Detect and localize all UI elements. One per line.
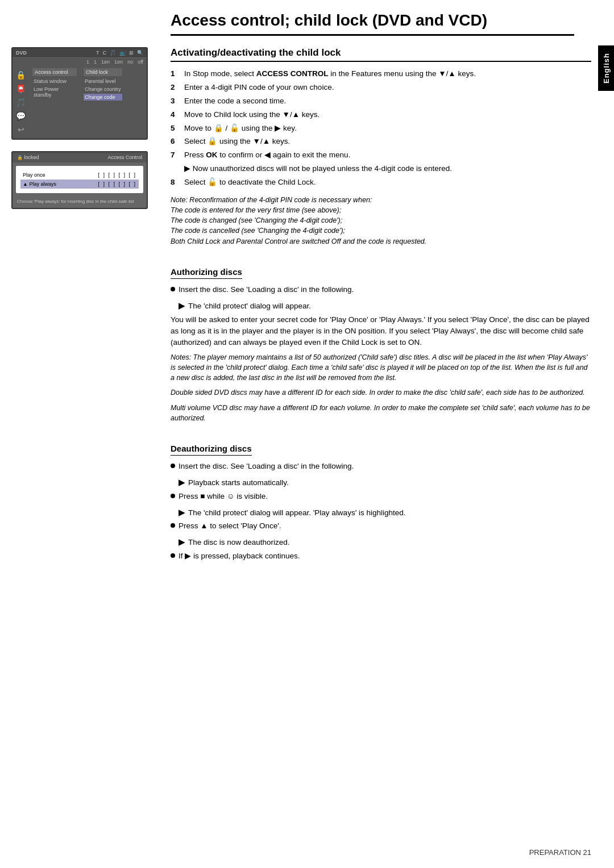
dvd-menu-item: Change country xyxy=(84,86,122,93)
bullet-icon xyxy=(171,523,175,528)
deauth-arrow-3: ▶ The disc is now deauthorized. xyxy=(179,537,591,548)
dvd-menu-left: Access control Status window Low Power s… xyxy=(29,66,80,139)
deauth-text: If ▶ is pressed, playback continues. xyxy=(179,551,300,562)
auth-note-3: Multi volume VCD disc may have a differe… xyxy=(171,403,591,423)
auth-note-2: Double sided DVD discs may have a differ… xyxy=(171,387,591,398)
step-7-note: ▶ Now unauthorized discs will not be pla… xyxy=(171,164,591,174)
deauth-bullet-1: Insert the disc. See 'Loading a disc' in… xyxy=(171,461,591,472)
deauth-arrow-2: ▶ The 'child protect' dialog will appear… xyxy=(179,508,591,519)
deauth-arrow-text: The 'child protect' dialog will appear. … xyxy=(188,508,406,519)
deauth-arrow-text: Playback starts automatically. xyxy=(188,478,289,489)
dvd-menu-item: Parental level xyxy=(84,78,122,85)
step-num xyxy=(171,164,180,174)
cp-header: 🔒 locked Access Control xyxy=(13,152,147,162)
cp-footer: Choose 'Play always' for inserting disc … xyxy=(13,197,147,208)
arrow-icon: ▶ xyxy=(179,478,185,489)
cp-play-always-label: ▲ Play always xyxy=(23,181,56,187)
cp-body: Play once [ ] [ ] [ ] [ ] ▲ Play always … xyxy=(16,166,143,193)
section-activating: Activating/deactivating the child lock 1… xyxy=(171,47,591,247)
step-6: 6 Select 🔒 using the ▼/▲ keys. xyxy=(171,136,591,147)
step-4: 4 Move to Child lock using the ▼/▲ keys. xyxy=(171,110,591,120)
step-1: 1 In Stop mode, select ACCESS CONTROL in… xyxy=(171,69,591,80)
dvd-menu-item: Status window xyxy=(32,78,77,85)
arrow-icon: ▶ xyxy=(179,508,185,519)
deauth-arrow-1: ▶ Playback starts automatically. xyxy=(179,478,591,489)
step-text: In Stop mode, select ACCESS CONTROL in t… xyxy=(184,69,476,80)
page-title: Access control; child lock (DVD and VCD) xyxy=(171,11,574,36)
cp-play-once-row: Play once [ ] [ ] [ ] [ ] xyxy=(20,170,139,180)
deauth-bullets-2: Press ■ while ☺ is visible. xyxy=(171,491,591,502)
deauth-bullets: Insert the disc. See 'Loading a disc' in… xyxy=(171,461,591,472)
step-num: 5 xyxy=(171,123,180,134)
step-num: 4 xyxy=(171,110,180,120)
dvd-top-icons: TC🎵📺⊞🔍 xyxy=(96,50,143,56)
cp-play-always-row: ▲ Play always [ ] [ ] [ ] [ ] xyxy=(20,180,139,189)
step-text: ▶ Now unauthorized discs will not be pla… xyxy=(184,164,452,174)
step-num: 6 xyxy=(171,136,180,147)
step-text: Move to Child lock using the ▼/▲ keys. xyxy=(184,110,320,120)
auth-bullet-text: Insert the disc. See 'Loading a disc' in… xyxy=(179,285,354,295)
cp-access-label: Access Control xyxy=(107,155,142,160)
activation-steps-list: 1 In Stop mode, select ACCESS CONTROL in… xyxy=(171,69,591,188)
deauth-text: Insert the disc. See 'Loading a disc' in… xyxy=(179,461,354,472)
section-deauthorizing-title: Deauthorizing discs xyxy=(171,444,252,456)
bullet-icon xyxy=(171,287,175,291)
step-text: Move to 🔒 / 🔓 using the ▶ key. xyxy=(184,123,297,134)
step-num: 8 xyxy=(171,177,180,188)
cp-locked-label: 🔒 locked xyxy=(17,155,39,160)
deauth-bullet-2: Press ■ while ☺ is visible. xyxy=(171,491,591,502)
deauth-bullet-3: Press ▲ to select 'Play Once'. xyxy=(171,521,591,532)
auth-para: You will be asked to enter your secret c… xyxy=(171,314,591,348)
step-8: 8 Select 🔓 to deactivate the Child Lock. xyxy=(171,177,591,188)
step-5: 5 Move to 🔒 / 🔓 using the ▶ key. xyxy=(171,123,591,134)
activation-notes: Note: Reconfirmation of the 4-digit PIN … xyxy=(171,195,591,247)
cp-play-always-brackets: [ ] [ ] [ ] [ ] xyxy=(98,181,136,187)
dvd-menu-item-selected: Change code xyxy=(84,94,122,101)
step-3: 3 Enter the code a second time. xyxy=(171,96,591,107)
arrow-icon: ▶ xyxy=(179,301,185,312)
step-7: 7 Press OK to confirm or ◀ again to exit… xyxy=(171,150,591,161)
step-text: Enter a 4-digit PIN code of your own cho… xyxy=(184,82,334,93)
deauth-text: Press ■ while ☺ is visible. xyxy=(179,491,268,502)
child-protect-screenshot: 🔒 locked Access Control Play once [ ] [ … xyxy=(11,151,148,209)
auth-notes: Notes: The player memory maintains a lis… xyxy=(171,352,591,383)
deauth-bullets-4: If ▶ is pressed, playback continues. xyxy=(171,551,591,562)
auth-bullet-1: Insert the disc. See 'Loading a disc' in… xyxy=(171,285,591,295)
step-text: Press OK to confirm or ◀ again to exit t… xyxy=(184,150,350,161)
section-deauthorizing: Deauthorizing discs Insert the disc. See… xyxy=(171,432,591,562)
deauth-bullets-3: Press ▲ to select 'Play Once'. xyxy=(171,521,591,532)
dvd-menu-screenshot: DVD TC🎵📺⊞🔍 111en1ennooff 🔒 📮 🎵 💬 ↩ xyxy=(11,47,148,140)
deauth-text: Press ▲ to select 'Play Once'. xyxy=(179,521,281,532)
auth-arrow-text: The 'child protect' dialog will appear. xyxy=(188,301,311,312)
step-num: 7 xyxy=(171,150,180,161)
step-2: 2 Enter a 4-digit PIN code of your own c… xyxy=(171,82,591,93)
dvd-menu-right: Child lock Parental level Change country… xyxy=(80,66,126,139)
bullet-icon xyxy=(171,553,175,558)
dvd-menu-left-header: Access control xyxy=(32,68,77,76)
bullet-icon xyxy=(171,464,175,468)
section-authorizing: Authorizing discs Insert the disc. See '… xyxy=(171,256,591,423)
page-footer: PREPARATION 21 xyxy=(529,848,591,857)
deauth-bullet-4: If ▶ is pressed, playback continues. xyxy=(171,551,591,562)
step-text: Select 🔒 using the ▼/▲ keys. xyxy=(184,136,290,147)
deauth-arrow-text: The disc is now deauthorized. xyxy=(188,537,290,548)
step-num: 1 xyxy=(171,69,180,80)
step-text: Enter the code a second time. xyxy=(184,96,286,107)
dvd-menu-item: Low Power standby xyxy=(32,86,77,98)
dvd-left-icons: 🔒 📮 🎵 💬 ↩ xyxy=(13,66,29,139)
step-num: 2 xyxy=(171,82,180,93)
dvd-logo: DVD xyxy=(16,50,27,56)
step-text: Select 🔓 to deactivate the Child Lock. xyxy=(184,177,316,188)
section-authorizing-title: Authorizing discs xyxy=(171,267,242,279)
language-tab: English xyxy=(598,45,614,91)
authorizing-bullets: Insert the disc. See 'Loading a disc' in… xyxy=(171,285,591,295)
auth-arrow-1: ▶ The 'child protect' dialog will appear… xyxy=(179,301,591,312)
arrow-icon: ▶ xyxy=(179,537,185,548)
bullet-icon xyxy=(171,494,175,498)
cp-play-once-brackets: [ ] [ ] [ ] [ ] xyxy=(98,172,136,178)
cp-play-once-label: Play once xyxy=(23,172,45,178)
step-num: 3 xyxy=(171,96,180,107)
dvd-menu-right-header: Child lock xyxy=(84,68,122,76)
section-activating-title: Activating/deactivating the child lock xyxy=(171,47,591,62)
